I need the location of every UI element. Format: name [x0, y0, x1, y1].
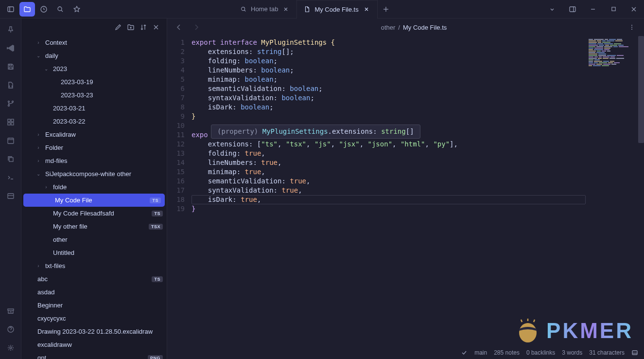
code-line[interactable]: semanticValidation: true, — [191, 177, 644, 186]
panel-left-icon[interactable] — [3, 2, 18, 17]
tree-item[interactable]: 2023-03-21 — [21, 102, 167, 115]
code-line[interactable]: minimap: true, — [191, 167, 644, 177]
history-icon[interactable] — [36, 2, 52, 17]
chevron-down-icon[interactable]: ⌄ — [35, 171, 42, 177]
help-icon[interactable] — [2, 321, 19, 338]
breadcrumb-current[interactable]: My Code File.ts — [403, 24, 447, 31]
breadcrumb[interactable]: other / My Code File.ts — [208, 24, 620, 31]
tree-item[interactable]: ›Excalidraw — [21, 128, 167, 141]
scrollbar[interactable] — [638, 36, 644, 143]
archive-icon[interactable] — [2, 303, 19, 319]
tree-item[interactable]: ⌄SiJetpackcompose-white other — [21, 167, 167, 180]
close-icon[interactable] — [363, 5, 370, 13]
code-line[interactable]: folding: boolean; — [191, 56, 644, 66]
search-top-icon[interactable] — [52, 2, 68, 17]
folder-icon[interactable] — [19, 2, 35, 17]
star-icon[interactable] — [69, 2, 85, 17]
chevron-right-icon[interactable]: › — [35, 145, 42, 150]
more-menu-icon[interactable] — [626, 24, 638, 31]
status-chars[interactable]: 31 characters — [589, 349, 625, 356]
git-branch-icon[interactable] — [2, 95, 19, 112]
code-line[interactable]: minimap: boolean; — [191, 75, 644, 84]
chevron-right-icon[interactable]: › — [35, 158, 42, 163]
code-line[interactable]: syntaxValidation: true, — [191, 186, 644, 195]
tree-item[interactable]: asdad — [21, 286, 167, 299]
tree-item[interactable]: 2023-03-22 — [21, 115, 167, 128]
status-words[interactable]: 3 words — [562, 349, 582, 356]
code-line[interactable]: syntaxValidation: boolean; — [191, 93, 644, 103]
nav-back[interactable] — [173, 21, 185, 33]
code-line[interactable]: lineNumbers: boolean; — [191, 66, 644, 75]
chevron-right-icon[interactable]: › — [35, 132, 42, 137]
minimap[interactable] — [589, 39, 642, 68]
tree-item[interactable]: Untitled — [21, 246, 167, 259]
code-line[interactable]: lineNumbers: true, — [191, 158, 644, 167]
grid-icon[interactable] — [2, 114, 19, 130]
new-note-icon[interactable] — [114, 23, 122, 31]
chevron-right-icon[interactable]: › — [35, 40, 42, 45]
vscode-icon[interactable] — [2, 40, 19, 56]
window-minimize[interactable] — [583, 0, 603, 18]
tree-item[interactable]: excalidraww — [21, 338, 167, 351]
tree-item[interactable]: ⌄2023 — [21, 62, 167, 75]
tree-item[interactable]: Drawing 2023-03-22 01.28.50.excalidraw — [21, 325, 167, 338]
chevron-down-icon[interactable]: ⌄ — [35, 53, 42, 58]
code-line[interactable]: extensions: ["ts", "tsx", "js", "jsx", "… — [191, 140, 644, 149]
tree-item[interactable]: gptPNG — [21, 351, 167, 359]
tree-item[interactable]: My Code FilesadfsafdTS — [21, 207, 167, 220]
nav-forward[interactable] — [191, 21, 202, 33]
close-icon[interactable] — [282, 5, 290, 13]
code-line[interactable]: } — [191, 204, 644, 214]
gear-icon[interactable] — [2, 340, 19, 356]
tree-item[interactable]: Beginner — [21, 299, 167, 312]
save-icon[interactable] — [2, 58, 19, 75]
code-line[interactable]: semanticValidation: boolean; — [191, 84, 644, 93]
tree-item[interactable]: other — [21, 233, 167, 246]
tab-home[interactable]: Home tab — [233, 0, 297, 18]
status-notes[interactable]: 285 notes — [494, 349, 520, 356]
status-check-icon[interactable] — [461, 349, 468, 356]
pin-icon[interactable] — [2, 21, 19, 38]
copy-icon[interactable] — [2, 151, 19, 167]
code-line[interactable]: folding: true, — [191, 149, 644, 158]
tree-item[interactable]: My other fileTSX — [21, 220, 167, 233]
tree-item[interactable]: ›Context — [21, 36, 167, 49]
tree-item[interactable]: ›Folder — [21, 141, 167, 154]
chevron-down-icon[interactable]: ⌄ — [43, 66, 50, 72]
code-line[interactable]: } — [191, 112, 644, 121]
layout-icon[interactable] — [2, 188, 19, 204]
tab-code-file[interactable]: My Code File.ts — [297, 0, 377, 18]
tree-item[interactable]: 2023-03-19 — [21, 75, 167, 89]
new-tab-button[interactable] — [378, 6, 394, 13]
code-content[interactable]: (property) MyPluginSettings.extensions: … — [191, 36, 644, 359]
status-backlinks[interactable]: 0 backlinks — [526, 349, 555, 356]
tree-item[interactable]: My Code FileTS — [23, 194, 165, 207]
window-maximize[interactable] — [603, 0, 624, 18]
window-close[interactable] — [624, 0, 644, 18]
collapse-icon[interactable] — [152, 23, 160, 31]
status-panel-icon[interactable] — [631, 349, 638, 356]
terminal-icon[interactable] — [2, 169, 19, 186]
code-file-icon[interactable] — [2, 77, 19, 93]
file-tree[interactable]: ›Context⌄daily⌄20232023-03-192023-03-232… — [21, 36, 167, 359]
tree-item[interactable]: 2023-03-23 — [21, 89, 167, 102]
tree-item[interactable]: ›md-files — [21, 154, 167, 167]
tree-item[interactable]: ⌄daily — [21, 49, 167, 62]
code-line[interactable]: export interface MyPluginSettings { — [191, 38, 644, 47]
code-line[interactable]: isDark: true, — [191, 195, 644, 204]
tree-item[interactable]: abcTS — [21, 272, 167, 286]
calendar-icon[interactable] — [2, 132, 19, 149]
chevron-down-icon[interactable] — [542, 0, 562, 18]
code-line[interactable]: isDark: boolean; — [191, 103, 644, 112]
panel-right-icon[interactable] — [562, 0, 583, 18]
status-branch[interactable]: main — [474, 349, 487, 356]
tree-item[interactable]: cxycycyxc — [21, 312, 167, 325]
chevron-right-icon[interactable]: › — [35, 263, 42, 269]
code-line[interactable]: extensions: string[]; — [191, 47, 644, 56]
breadcrumb-parent[interactable]: other — [381, 24, 396, 31]
tree-item[interactable]: ›folde — [21, 180, 167, 194]
new-folder-icon[interactable] — [127, 23, 135, 31]
sort-icon[interactable] — [139, 23, 147, 31]
tree-item[interactable]: ›txt-files — [21, 259, 167, 272]
chevron-right-icon[interactable]: › — [43, 184, 50, 190]
